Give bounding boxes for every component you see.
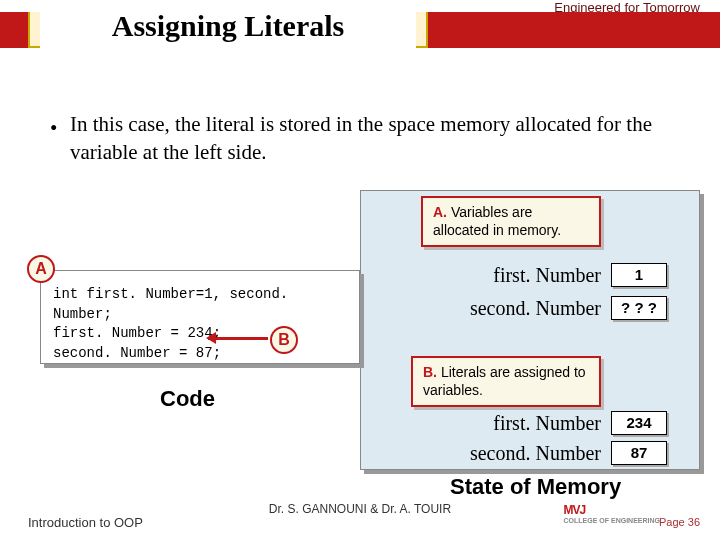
var-row: second. Number 87 xyxy=(421,441,667,465)
var-name: second. Number xyxy=(421,442,611,465)
bullet-content: In this case, the literal is stored in t… xyxy=(70,112,652,164)
var-row: first. Number 234 xyxy=(421,411,667,435)
var-value: 1 xyxy=(611,263,667,287)
var-name: second. Number xyxy=(421,297,611,320)
var-value: ? ? ? xyxy=(611,296,667,320)
var-row: second. Number ? ? ? xyxy=(421,296,667,320)
bullet-text: • In this case, the literal is stored in… xyxy=(70,110,670,167)
code-label: Code xyxy=(160,386,215,412)
footer-left: Introduction to OOP xyxy=(28,515,143,530)
footer-right: Page 36 xyxy=(659,516,700,528)
memory-panel: A. Variables are allocated in memory. fi… xyxy=(360,190,700,470)
callout-a-text: Variables are allocated in memory. xyxy=(433,204,561,238)
callout-b-text: Literals are assigned to variables. xyxy=(423,364,586,398)
logo-main: MVJ xyxy=(564,503,586,517)
memory-label: State of Memory xyxy=(450,474,621,500)
callout-a-tag: A. xyxy=(433,204,447,220)
arrow-icon xyxy=(208,337,268,340)
var-row: first. Number 1 xyxy=(421,263,667,287)
var-name: first. Number xyxy=(421,412,611,435)
code-box: A int first. Number=1, second. Number; f… xyxy=(40,270,360,364)
bullet-dot-icon: • xyxy=(50,114,57,142)
var-name: first. Number xyxy=(421,264,611,287)
slide-title: Assigning Literals xyxy=(40,6,416,52)
callout-a: A. Variables are allocated in memory. xyxy=(421,196,601,247)
code-line: second. Number = 87; xyxy=(53,344,347,364)
code-line: int first. Number=1, second. Number; xyxy=(53,285,347,324)
callout-b-tag: B. xyxy=(423,364,437,380)
callout-b: B. Literals are assigned to variables. xyxy=(411,356,601,407)
var-value: 87 xyxy=(611,441,667,465)
code-tag-b: B xyxy=(270,326,298,354)
logo-sub: COLLEGE OF ENGINEERING xyxy=(564,517,660,524)
var-value: 234 xyxy=(611,411,667,435)
code-tag-a: A xyxy=(27,255,55,283)
logo: MVJ COLLEGE OF ENGINEERING xyxy=(564,503,660,524)
